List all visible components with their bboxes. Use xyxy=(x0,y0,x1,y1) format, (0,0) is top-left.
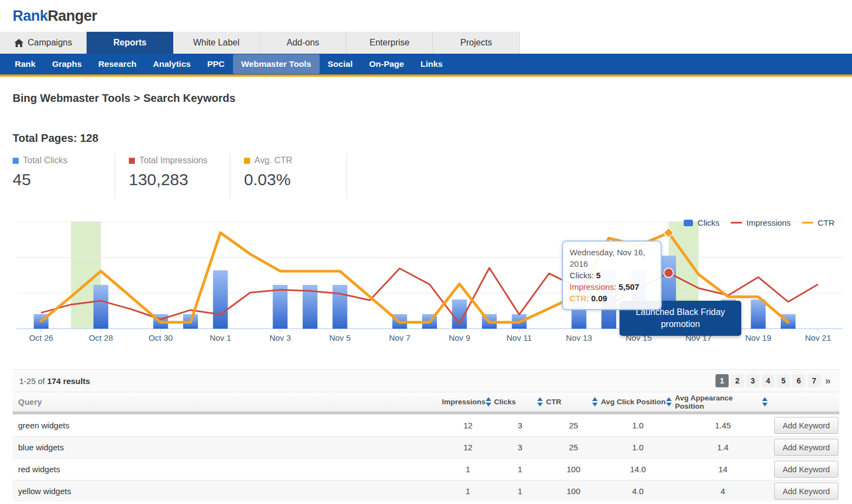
tooltip-row-clicks: Clicks: 5 xyxy=(570,270,654,281)
column-header-ctr[interactable]: CTR xyxy=(546,397,601,406)
action-cell: Add Keyword xyxy=(771,439,839,456)
total-pages: Total Pages: 128 xyxy=(13,132,839,145)
rankranger-logo[interactable]: RankRanger xyxy=(13,8,97,25)
top-nav-label: Reports xyxy=(113,38,146,48)
sub-nav-research[interactable]: Research xyxy=(90,54,145,74)
sort-asc-icon[interactable] xyxy=(537,397,543,401)
main-content: Bing Webmaster Tools>Search Keywords Tot… xyxy=(0,92,852,502)
page-button-5[interactable]: 5 xyxy=(777,374,790,387)
column-header-label: Avg Appearance Position xyxy=(675,394,762,410)
add-keyword-button[interactable]: Add Keyword xyxy=(774,439,838,456)
home-icon xyxy=(14,39,24,47)
sort-arrows[interactable] xyxy=(762,397,768,406)
sort-desc-icon[interactable] xyxy=(666,403,672,406)
stat-swatch-icon xyxy=(13,158,19,164)
top-nav-add-ons[interactable]: Add-ons xyxy=(260,32,347,54)
reports-sub-navigation: RankGraphsResearchAnalyticsPPCWebmaster … xyxy=(0,54,852,77)
sort-asc-icon[interactable] xyxy=(486,397,491,401)
value-cell: 100 xyxy=(546,465,601,474)
add-keyword-button[interactable]: Add Keyword xyxy=(774,483,838,500)
column-header-clicks[interactable]: Clicks xyxy=(494,397,546,406)
sub-nav-ppc[interactable]: PPC xyxy=(199,54,233,74)
sort-desc-icon[interactable] xyxy=(762,403,768,406)
breadcrumb-separator: > xyxy=(134,92,140,104)
legend-item-ctr[interactable]: CTR xyxy=(802,218,834,227)
tooltip-values: Clicks: 5Impressions: 5,507CTR: 0.09 xyxy=(570,270,654,304)
sub-nav-webmaster-tools[interactable]: Webmaster Tools xyxy=(233,54,320,74)
sub-nav-links[interactable]: Links xyxy=(412,54,451,74)
value-cell: 1 xyxy=(494,486,546,496)
sort-asc-icon[interactable] xyxy=(666,397,672,401)
results-range: 1-25 of xyxy=(19,376,45,386)
clicks-bar-oct-28[interactable] xyxy=(94,285,109,329)
top-nav-enterprise[interactable]: Enterprise xyxy=(347,32,433,54)
tooltip-row-value: 5 xyxy=(596,271,600,280)
stat-avg-ctr: Avg. CTR0.03% xyxy=(230,153,347,198)
page-button-1[interactable]: 1 xyxy=(715,374,729,387)
sub-nav-analytics[interactable]: Analytics xyxy=(145,54,199,74)
sort-desc-icon[interactable] xyxy=(537,403,543,406)
stat-total-impressions: Total Impressions130,283 xyxy=(115,153,230,198)
column-header-label: Impressions xyxy=(442,398,486,406)
page-button-3[interactable]: 3 xyxy=(746,374,759,387)
next-pages-icon[interactable]: » xyxy=(823,375,833,387)
column-header-impressions[interactable]: Impressions xyxy=(442,397,494,406)
tooltip-row-separator: : xyxy=(587,294,591,303)
column-header-avg-click-position[interactable]: Avg Click Position xyxy=(601,397,675,406)
legend-label: CTR xyxy=(817,218,834,227)
stat-value: 45 xyxy=(13,170,115,189)
top-nav-reports[interactable]: Reports xyxy=(87,32,173,54)
sort-desc-icon[interactable] xyxy=(486,403,491,406)
value-cell: 12 xyxy=(442,421,494,430)
value-cell: 14.0 xyxy=(601,465,675,474)
breadcrumb-parent[interactable]: Bing Webmaster Tools xyxy=(13,92,130,104)
ctr-swatch-icon xyxy=(802,222,813,224)
query-cell: red widgets xyxy=(13,465,442,474)
table-row-yellow-widgets: yellow widgets111004.04Add Keyword xyxy=(13,480,839,502)
stat-label: Total Clicks xyxy=(13,156,115,165)
page-button-4[interactable]: 4 xyxy=(762,374,775,387)
top-nav-campaigns[interactable]: Campaigns xyxy=(0,32,87,54)
results-summary: 1-25 of 174 results xyxy=(19,376,90,386)
query-cell: green widgets xyxy=(13,421,442,430)
logo-part-ranger: Ranger xyxy=(48,8,97,24)
top-nav-projects[interactable]: Projects xyxy=(433,32,520,54)
page-button-6[interactable]: 6 xyxy=(792,374,805,387)
clicks-bar-nov-19[interactable] xyxy=(751,300,766,329)
sort-asc-icon[interactable] xyxy=(762,397,768,401)
query-cell: blue widgets xyxy=(13,443,442,452)
sub-nav-graphs[interactable]: Graphs xyxy=(44,54,90,74)
page-button-2[interactable]: 2 xyxy=(731,374,744,387)
performance-chart-section: ClicksImpressionsCTR Oct 26Oct 28Oct 30N… xyxy=(0,217,852,360)
column-header-label: CTR xyxy=(546,398,561,406)
value-cell: 4.0 xyxy=(601,486,675,496)
sub-nav-on-page[interactable]: On-Page xyxy=(361,54,412,74)
clicks-bar-nov-3[interactable] xyxy=(273,285,288,329)
clicks-bar-nov-5[interactable] xyxy=(333,285,348,329)
sort-arrows[interactable] xyxy=(666,397,672,406)
table-row-red-widgets: red widgets1110014.014Add Keyword xyxy=(13,458,839,480)
x-tick-label: Nov 1 xyxy=(209,333,231,342)
top-nav-white-label[interactable]: White Label xyxy=(173,32,260,54)
stat-total-clicks: Total Clicks45 xyxy=(13,153,115,198)
legend-item-clicks[interactable]: Clicks xyxy=(684,218,719,227)
page-button-7[interactable]: 7 xyxy=(808,374,821,387)
sort-arrows[interactable] xyxy=(592,397,598,406)
column-header-avg-appearance-position[interactable]: Avg Appearance Position xyxy=(675,394,771,410)
sub-nav-rank[interactable]: Rank xyxy=(7,54,44,74)
sub-nav-social[interactable]: Social xyxy=(320,54,361,74)
clicks-bar-nov-1[interactable] xyxy=(213,270,228,329)
add-keyword-button[interactable]: Add Keyword xyxy=(774,417,838,434)
sort-arrows[interactable] xyxy=(486,397,491,406)
value-cell: 3 xyxy=(494,443,546,452)
sort-desc-icon[interactable] xyxy=(592,403,598,406)
stat-label: Avg. CTR xyxy=(244,156,347,165)
tooltip-row-separator: : xyxy=(614,282,618,291)
legend-item-impressions[interactable]: Impressions xyxy=(731,218,791,227)
tooltip-date: Wednesday, Nov 16, 2016 xyxy=(570,247,654,270)
sort-asc-icon[interactable] xyxy=(592,397,598,401)
add-keyword-button[interactable]: Add Keyword xyxy=(774,461,838,478)
stat-label-text: Total Impressions xyxy=(139,156,208,165)
sort-arrows[interactable] xyxy=(537,397,543,406)
impressions-point-marker-icon[interactable] xyxy=(664,268,673,278)
